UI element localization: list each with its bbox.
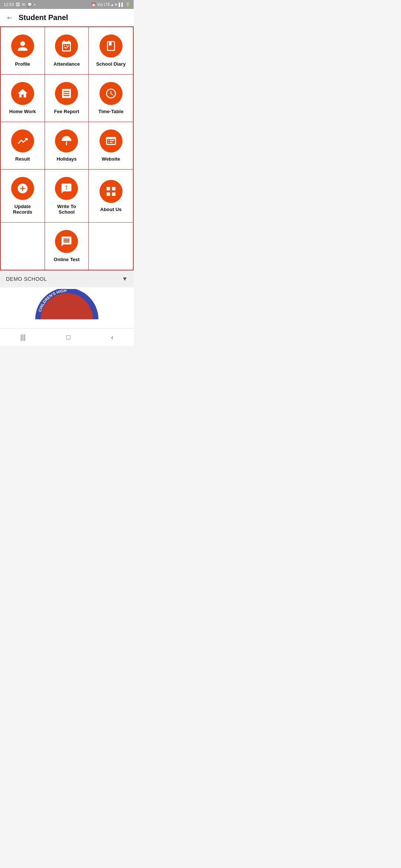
- time-table-label: Time-Table: [98, 109, 123, 114]
- home-work-label: Home Work: [9, 109, 36, 114]
- menu-grid: ProfileAttendanceSchool DiaryHome WorkFe…: [0, 26, 134, 270]
- grid-row-3: Update RecordsWrite To SchoolAbout Us: [1, 170, 133, 223]
- status-time: 12:53: [4, 2, 14, 7]
- grid-cell-result[interactable]: Result: [1, 122, 45, 169]
- attendance-icon-circle: [55, 34, 78, 57]
- fee-report-icon-circle: [55, 82, 78, 105]
- status-msg-icon: 💬: [27, 2, 32, 7]
- status-left: 12:53 🖼 ✉ 💬 •: [4, 2, 35, 7]
- holidays-label: Holidays: [56, 156, 76, 162]
- school-selector[interactable]: DEMO SCHOOL ▼: [0, 270, 134, 287]
- grid-row-4: Online Test: [1, 223, 133, 270]
- school-name: DEMO SCHOOL: [6, 276, 47, 282]
- status-photo-icon: 🖼: [16, 2, 20, 7]
- page-title: Student Panel: [19, 13, 68, 22]
- nav-home-icon[interactable]: □: [66, 333, 71, 341]
- online-test-icon-circle: [55, 230, 78, 253]
- school-diary-label: School Diary: [96, 61, 125, 67]
- profile-label: Profile: [15, 61, 30, 67]
- back-button[interactable]: ←: [6, 13, 13, 22]
- write-to-school-label: Write To School: [49, 204, 85, 215]
- home-work-icon-circle: [11, 82, 34, 105]
- about-us-label: About Us: [100, 207, 122, 212]
- grid-cell-fee-report[interactable]: Fee Report: [45, 75, 89, 122]
- time-table-icon-circle: [100, 82, 123, 105]
- app-bar: ← Student Panel: [0, 9, 134, 26]
- grid-cell-profile[interactable]: Profile: [1, 27, 45, 74]
- website-icon-circle: [100, 129, 123, 152]
- holidays-icon-circle: [55, 129, 78, 152]
- grid-cell-time-table[interactable]: Time-Table: [89, 75, 133, 122]
- fee-report-label: Fee Report: [54, 109, 79, 114]
- grid-cell-attendance[interactable]: Attendance: [45, 27, 89, 74]
- grid-row-0: ProfileAttendanceSchool Diary: [1, 27, 133, 75]
- grid-cell-update-records[interactable]: Update Records: [1, 170, 45, 222]
- grid-cell-holidays[interactable]: Holidays: [45, 122, 89, 169]
- status-right: ⏰ Vo) LTE▲▼ ▌▌ 🔋: [91, 3, 130, 7]
- school-diary-icon-circle: [100, 34, 123, 57]
- status-bar: 12:53 🖼 ✉ 💬 • ⏰ Vo) LTE▲▼ ▌▌ 🔋: [0, 0, 134, 9]
- school-logo: CHILDREN'S HIGH: [33, 289, 100, 322]
- logo-area: CHILDREN'S HIGH: [0, 287, 134, 328]
- update-records-icon-circle: [11, 177, 34, 200]
- update-records-label: Update Records: [4, 204, 41, 215]
- status-dot: •: [34, 2, 36, 7]
- status-alarm-icon: ⏰: [91, 3, 96, 7]
- grid-cell-school-diary[interactable]: School Diary: [89, 27, 133, 74]
- attendance-label: Attendance: [53, 61, 80, 67]
- website-label: Website: [102, 156, 120, 162]
- grid-cell-online-test[interactable]: Online Test: [45, 223, 89, 270]
- result-label: Result: [15, 156, 30, 162]
- nav-menu-icon[interactable]: |||: [20, 333, 26, 341]
- nav-bar: ||| □ ‹: [0, 328, 134, 346]
- online-test-label: Online Test: [54, 257, 80, 262]
- status-battery: 🔋: [125, 3, 130, 7]
- grid-cell-about-us[interactable]: About Us: [89, 170, 133, 222]
- status-signal: Vo) LTE▲▼ ▌▌: [97, 3, 124, 7]
- nav-back-icon[interactable]: ‹: [111, 333, 113, 341]
- grid-cell-website[interactable]: Website: [89, 122, 133, 169]
- profile-icon-circle: [11, 34, 34, 57]
- about-us-icon-circle: [100, 180, 123, 203]
- grid-cell-empty-2: [89, 223, 133, 270]
- result-icon-circle: [11, 129, 34, 152]
- grid-cell-empty-1: [1, 223, 45, 270]
- grid-row-2: ResultHolidaysWebsite: [1, 122, 133, 170]
- grid-cell-home-work[interactable]: Home Work: [1, 75, 45, 122]
- write-to-school-icon-circle: [55, 177, 78, 200]
- grid-cell-write-to-school[interactable]: Write To School: [45, 170, 89, 222]
- status-mail-icon: ✉: [22, 2, 25, 7]
- dropdown-arrow-icon: ▼: [122, 276, 128, 282]
- grid-row-1: Home WorkFee ReportTime-Table: [1, 75, 133, 122]
